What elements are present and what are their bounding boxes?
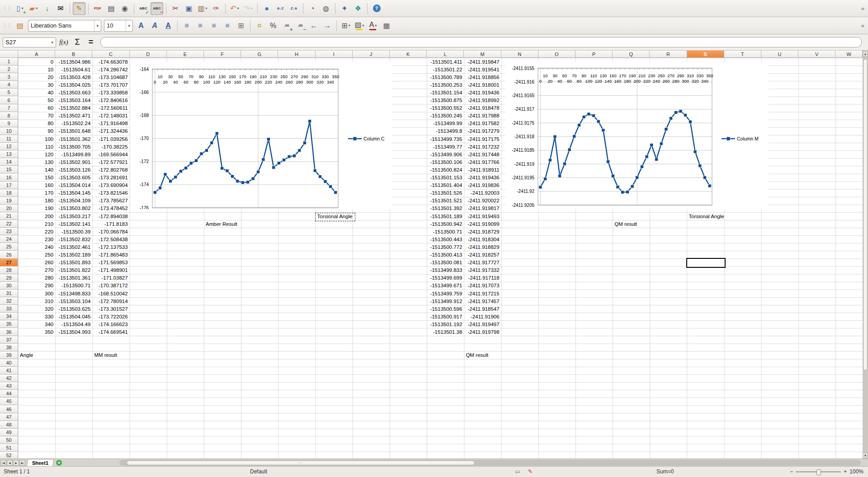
column-header-P[interactable]: P (576, 51, 613, 58)
cell-C32[interactable]: -172.780914 (93, 298, 129, 305)
row-header-19[interactable]: 19 (0, 197, 18, 205)
next-sheet-icon[interactable]: ▶ (13, 460, 19, 466)
cell-A4[interactable]: 30 (19, 81, 55, 89)
cell-L35[interactable]: -1513501.192 (427, 321, 463, 328)
cell-C3[interactable]: -173.104687 (93, 74, 129, 81)
cell-B13[interactable]: -1513499.89 (56, 151, 92, 159)
row-header-15[interactable]: 15 (0, 166, 18, 173)
cell-A3[interactable]: 20 (19, 74, 55, 81)
cell-M29[interactable]: -2411.917118 (464, 274, 500, 282)
cell-B14[interactable]: -1513502.901 (56, 159, 92, 166)
column-header-N[interactable]: N (501, 51, 538, 58)
column-header-W[interactable]: W (835, 51, 863, 58)
cell-B15[interactable]: -1513503.126 (56, 166, 92, 174)
cell-L15[interactable]: -1513500.824 (427, 166, 463, 174)
cell-L26[interactable]: -1513500.413 (427, 251, 463, 259)
cell-A39[interactable]: Angle (19, 351, 55, 359)
cell-M36[interactable]: -2411.919798 (464, 328, 500, 336)
row-header-48[interactable]: 48 (0, 421, 18, 429)
row-header-27[interactable]: 27 (0, 259, 18, 267)
cell-C23[interactable]: -170.066784 (93, 228, 129, 236)
cell-L23[interactable]: -1513500.71 (427, 228, 463, 236)
font-color-icon[interactable]: A▾ (367, 19, 379, 32)
cell-A19[interactable]: 180 (19, 197, 55, 205)
merge-cells-icon[interactable]: ⊞ (235, 19, 247, 32)
cell-C4[interactable]: -173.701707 (93, 81, 129, 89)
percent-format-icon[interactable]: % (267, 19, 279, 32)
cell-M20[interactable]: -2411.919817 (464, 205, 500, 212)
bold-icon[interactable]: A (135, 19, 147, 32)
cell-A13[interactable]: 120 (19, 151, 55, 159)
email-icon[interactable]: ✉ (54, 2, 67, 15)
cell-L22[interactable]: -1513500.942 (427, 220, 463, 228)
cell-C31[interactable]: -168.510042 (93, 290, 129, 298)
cell-M24[interactable]: -2411.918304 (464, 236, 500, 243)
cell-S21[interactable]: Torsional Angle (688, 213, 724, 220)
background-color-icon[interactable]: ▧▾ (353, 19, 366, 32)
cell-C12[interactable]: -170.38225 (93, 143, 129, 151)
row-header-4[interactable]: 4 (0, 81, 18, 89)
cell-A15[interactable]: 140 (19, 166, 55, 174)
cell-C18[interactable]: -173.821546 (93, 189, 129, 197)
zoom-in-icon[interactable]: + (844, 468, 847, 475)
cell-A24[interactable]: 230 (19, 236, 55, 243)
cell-M4[interactable]: -2411.918001 (464, 81, 500, 89)
save-icon[interactable]: ↓ (41, 2, 53, 15)
column-header-F[interactable]: F (204, 51, 241, 58)
background-color-dropdown-icon[interactable]: ▾ (363, 23, 364, 28)
row-header-5[interactable]: 5 (0, 89, 18, 96)
column-header-H[interactable]: H (278, 51, 315, 58)
italic-icon[interactable]: A (148, 19, 161, 32)
row-header-26[interactable]: 26 (0, 251, 18, 259)
column-header-Q[interactable]: Q (613, 51, 650, 58)
column-header-I[interactable]: I (316, 51, 353, 58)
cell-B27[interactable]: -1513501.893 (56, 259, 92, 267)
cell-C25[interactable]: -172.137533 (93, 243, 129, 251)
row-header-3[interactable]: 3 (0, 73, 18, 81)
cell-L33[interactable]: -1513500.596 (427, 305, 463, 313)
cell-B32[interactable]: -1513503.104 (56, 298, 92, 305)
cell-C33[interactable]: -173.301527 (93, 305, 129, 313)
cell-L19[interactable]: -1513501.521 (427, 197, 463, 205)
function-wizard-button[interactable]: f(x) (58, 37, 70, 48)
row-header-14[interactable]: 14 (0, 158, 18, 166)
cell-L20[interactable]: -1513501.392 (427, 205, 463, 212)
cell-B5[interactable]: -1513503.663 (56, 89, 92, 97)
cell-B2[interactable]: -1513504.61 (56, 66, 92, 74)
clone-formatting-icon[interactable]: ✑ (210, 2, 222, 15)
cell-A17[interactable]: 160 (19, 182, 55, 189)
cell-M14[interactable]: -2411.917766 (464, 159, 500, 166)
cell-L30[interactable]: -1513499.671 (427, 282, 463, 290)
cell-M31[interactable]: -2411.917215 (464, 290, 500, 298)
previous-sheet-icon[interactable]: ◀ (7, 460, 13, 466)
cell-A1[interactable]: 0 (19, 58, 55, 66)
cell-C35[interactable]: -174.166623 (93, 321, 129, 328)
cell-L18[interactable]: -1513501.526 (427, 189, 463, 197)
cell-L1[interactable]: -1513501.411 (427, 58, 463, 66)
row-header-6[interactable]: 6 (0, 97, 18, 104)
cell-M8[interactable]: -2411.917988 (464, 112, 500, 120)
cell-M2[interactable]: -2411.919541 (464, 66, 500, 74)
cell-B3[interactable]: -1513503.428 (56, 74, 92, 81)
row-header-16[interactable]: 16 (0, 174, 18, 182)
cell-M5[interactable]: -2411.919436 (464, 89, 500, 97)
cell-B23[interactable]: -1513500.39 (56, 228, 92, 236)
redo-dropdown-icon[interactable]: ▾ (251, 6, 253, 10)
cell-A7[interactable]: 60 (19, 104, 55, 112)
select-all-corner[interactable] (0, 51, 18, 58)
hyperlink-icon[interactable]: ● (260, 2, 273, 15)
cell-B29[interactable]: -1513501.361 (56, 274, 92, 282)
row-header-20[interactable]: 20 (0, 205, 18, 212)
cell-C14[interactable]: -172.577921 (93, 159, 129, 166)
navigator-icon[interactable]: ✦ (338, 2, 351, 15)
cell-A5[interactable]: 40 (19, 89, 55, 97)
row-header-10[interactable]: 10 (0, 127, 18, 135)
cell-B12[interactable]: -1513500.705 (56, 143, 92, 151)
sum-button[interactable]: Σ (71, 37, 83, 48)
cell-C13[interactable]: -169.566944 (93, 151, 129, 159)
cell-B20[interactable]: -1513503.802 (56, 205, 92, 212)
cell-M13[interactable]: -2411.917448 (464, 151, 500, 159)
increase-indent-icon[interactable]: → (321, 19, 334, 32)
row-header-35[interactable]: 35 (0, 320, 18, 328)
zoom-out-icon[interactable]: − (790, 468, 793, 475)
